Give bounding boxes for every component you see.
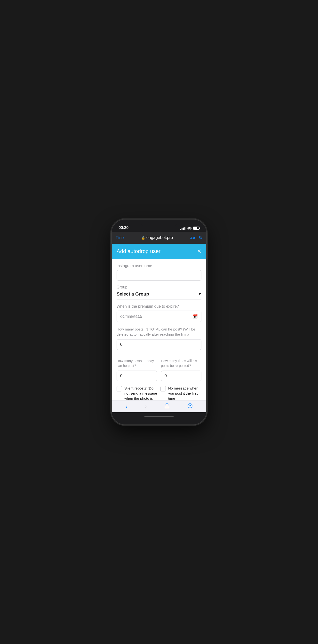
instagram-input[interactable]: [117, 270, 201, 281]
network-indicator: 4G: [187, 226, 192, 230]
content-area: Add autodrop user ✕ Instagram username G…: [112, 244, 206, 400]
repost-times-item: How many times will his posts be re-post…: [161, 359, 201, 381]
battery-icon: [193, 226, 199, 230]
browser-url-text: engagebot.pro: [147, 235, 173, 240]
checkboxes-section: Silent repost? (Do not send a message wh…: [117, 386, 201, 400]
group-select-arrow-icon: ▼: [198, 292, 201, 296]
battery-fill: [194, 227, 197, 229]
posts-per-day-item: How many posts per day can he post?: [117, 359, 157, 381]
home-bar: [145, 416, 173, 417]
posts-per-day-label: How many posts per day can he post?: [117, 359, 157, 368]
posts-per-day-input[interactable]: [117, 370, 157, 381]
modal-title: Add autodrop user: [117, 248, 160, 254]
toolbar-forward-button[interactable]: ›: [143, 401, 149, 412]
browser-bar: Fine 🔒 engagebot.pro AA ↻: [112, 232, 206, 244]
phone-frame: 00:30 4G Fine 🔒 engagebot.pro AA ↻: [112, 220, 206, 424]
signal-bar-4: [184, 227, 185, 230]
silent-repost-row: Silent repost? (Do not send a message wh…: [117, 386, 158, 400]
status-time: 00:30: [119, 225, 129, 230]
date-input-wrapper[interactable]: gg/mm/aaaa 📅: [117, 310, 201, 322]
browser-url-area: 🔒 engagebot.pro: [141, 235, 173, 240]
calendar-icon: 📅: [192, 314, 198, 319]
repost-times-label: How many times will his posts be re-post…: [161, 359, 201, 368]
instagram-label: Instagram username: [117, 264, 201, 268]
expiry-field-section: When is the premium due to expire? gg/mm…: [117, 304, 201, 322]
no-message-checkbox[interactable]: [160, 386, 166, 392]
date-placeholder: gg/mm/aaaa: [120, 314, 142, 318]
no-message-row: No message when you post it the first ti…: [160, 386, 201, 400]
group-label: Group: [117, 285, 201, 290]
toolbar-share-button[interactable]: [162, 401, 171, 412]
group-select-wrapper: Select a Group ▼: [117, 292, 201, 300]
total-posts-label: How many posts IN TOTAL can he post? (Wi…: [117, 326, 201, 337]
total-posts-section: How many posts IN TOTAL can he post? (Wi…: [117, 326, 201, 354]
signal-bar-1: [180, 229, 181, 230]
status-right: 4G: [180, 226, 199, 230]
total-posts-input[interactable]: [117, 339, 201, 350]
toolbar-back-button[interactable]: ‹: [123, 401, 129, 412]
lock-icon: 🔒: [141, 236, 145, 240]
modal-close-button[interactable]: ✕: [197, 249, 201, 254]
repost-times-input[interactable]: [161, 370, 201, 381]
no-message-label: No message when you post it the first ti…: [168, 386, 201, 400]
toolbar-compass-button[interactable]: [185, 401, 195, 412]
group-field-section: Group Select a Group ▼: [117, 285, 201, 300]
silent-repost-checkbox[interactable]: [117, 386, 122, 392]
home-indicator: [112, 412, 206, 420]
group-select-dropdown[interactable]: Select a Group ▼: [117, 292, 201, 297]
signal-bar-3: [183, 228, 184, 230]
group-select-text: Select a Group: [117, 292, 149, 297]
form-area: Instagram username Group Select a Group …: [112, 259, 206, 400]
signal-bars: [180, 227, 185, 230]
bottom-toolbar: ‹ ›: [112, 400, 206, 412]
silent-repost-label: Silent repost? (Do not send a message wh…: [124, 386, 158, 400]
signal-bar-2: [181, 228, 182, 230]
modal-header: Add autodrop user ✕: [112, 244, 206, 259]
browser-reload-button[interactable]: ↻: [199, 235, 202, 240]
two-col-section: How many posts per day can he post? How …: [117, 359, 201, 381]
browser-aa-button[interactable]: AA: [190, 236, 195, 240]
browser-back-button[interactable]: Fine: [116, 235, 124, 240]
browser-controls: AA ↻: [190, 235, 202, 240]
expiry-label: When is the premium due to expire?: [117, 304, 201, 309]
instagram-field-section: Instagram username: [117, 264, 201, 281]
notch: [141, 220, 177, 227]
